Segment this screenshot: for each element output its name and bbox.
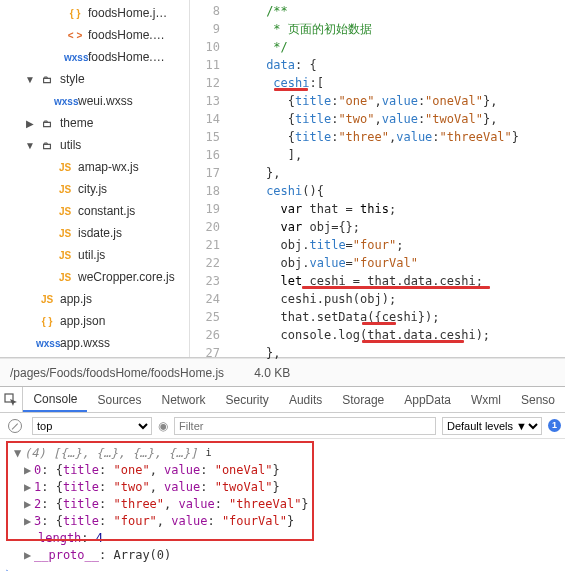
devtools-tab-console[interactable]: Console xyxy=(23,387,87,412)
context-select[interactable]: top xyxy=(32,417,152,435)
status-bar: /pages/Foods/foodsHome/foodsHome.js 4.0 … xyxy=(0,358,565,386)
info-icon: i xyxy=(205,446,211,460)
file-icon: < > xyxy=(64,30,86,41)
console-prompt[interactable]: › xyxy=(4,564,561,571)
code-line[interactable]: var obj={}; xyxy=(230,218,565,236)
file-icon: JS xyxy=(36,294,58,305)
file-icon: JS xyxy=(54,250,76,261)
code-line[interactable]: {title:"three",value:"threeVal"} xyxy=(230,128,565,146)
file-tree-item[interactable]: wxssweui.wxss xyxy=(0,90,189,112)
file-icon: wxss xyxy=(54,96,76,107)
code-line[interactable]: data: { xyxy=(230,56,565,74)
devtools-tab-audits[interactable]: Audits xyxy=(279,387,332,412)
code-line[interactable]: obj.title="four"; xyxy=(230,236,565,254)
file-name: weui.wxss xyxy=(78,94,133,108)
eye-icon[interactable]: ◉ xyxy=(158,419,168,433)
code-line[interactable]: ceshi(){ xyxy=(230,182,565,200)
filter-input[interactable] xyxy=(174,417,436,435)
clear-console-icon[interactable] xyxy=(8,419,22,433)
file-tree-item[interactable]: ▼🗀utils xyxy=(0,134,189,156)
file-tree-item[interactable]: JScity.js xyxy=(0,178,189,200)
file-name: city.js xyxy=(78,182,107,196)
code-line[interactable]: /** xyxy=(230,2,565,20)
file-icon: JS xyxy=(54,206,76,217)
file-path: /pages/Foods/foodsHome/foodsHome.js xyxy=(10,366,224,380)
code-line[interactable]: * 页面的初始数据 xyxy=(230,20,565,38)
code-area[interactable]: /** * 页面的初始数据 */ data: { ceshi:[ {title:… xyxy=(230,0,565,357)
line-gutter: 89101112131415161718192021222324252627 xyxy=(190,0,230,357)
file-icon: 🗀 xyxy=(36,118,58,129)
file-tree-item[interactable]: JSweCropper.core.js xyxy=(0,266,189,288)
file-icon: JS xyxy=(54,184,76,195)
code-line[interactable]: }, xyxy=(230,164,565,182)
code-line[interactable]: {title:"one",value:"oneVal"}, xyxy=(230,92,565,110)
inspect-icon[interactable] xyxy=(0,387,23,412)
file-tree-item[interactable]: < >foodsHome.… xyxy=(0,24,189,46)
console-array-item[interactable]: ▶3: {title: "four", value: "fourVal"} xyxy=(14,513,561,530)
file-icon: { } xyxy=(36,316,58,327)
red-underline xyxy=(362,322,396,325)
file-size: 4.0 KB xyxy=(254,366,290,380)
file-icon: JS xyxy=(54,272,76,283)
devtools-tab-storage[interactable]: Storage xyxy=(332,387,394,412)
file-tree-item[interactable]: JSisdate.js xyxy=(0,222,189,244)
code-line[interactable]: var that = this; xyxy=(230,200,565,218)
code-line[interactable]: that.setData({ceshi}); xyxy=(230,308,565,326)
file-name: isdate.js xyxy=(78,226,122,240)
code-line[interactable]: {title:"two",value:"twoVal"}, xyxy=(230,110,565,128)
file-tree-item[interactable]: { }foodsHome.j… xyxy=(0,2,189,24)
file-name: weCropper.core.js xyxy=(78,270,175,284)
devtools-tab-sources[interactable]: Sources xyxy=(87,387,151,412)
console-array-item[interactable]: ▶2: {title: "three", value: "threeVal"} xyxy=(14,496,561,513)
devtools-tab-network[interactable]: Network xyxy=(152,387,216,412)
code-line[interactable]: obj.value="fourVal" xyxy=(230,254,565,272)
file-name: foodsHome.j… xyxy=(88,6,167,20)
file-tree-item[interactable]: { }project.config.json xyxy=(0,354,189,357)
red-underline xyxy=(302,286,490,289)
file-icon: JS xyxy=(54,162,76,173)
red-underline xyxy=(274,88,308,91)
console-array-item[interactable]: ▶0: {title: "one", value: "oneVal"} xyxy=(14,462,561,479)
file-tree-item[interactable]: ▼🗀style xyxy=(0,68,189,90)
file-tree-item[interactable]: JSutil.js xyxy=(0,244,189,266)
code-editor[interactable]: 89101112131415161718192021222324252627 /… xyxy=(190,0,565,357)
file-icon: JS xyxy=(54,228,76,239)
file-name: app.wxss xyxy=(60,336,110,350)
console-array-header[interactable]: ▼(4) [{…}, {…}, {…}, {…}] i xyxy=(14,445,561,462)
file-tree-item[interactable]: JSapp.js xyxy=(0,288,189,310)
console-proto[interactable]: ▶__proto__: Array(0) xyxy=(14,547,561,564)
file-tree-item[interactable]: wxssapp.wxss xyxy=(0,332,189,354)
file-name: constant.js xyxy=(78,204,135,218)
file-name: foodsHome.… xyxy=(88,50,165,64)
file-tree-item[interactable]: JSconstant.js xyxy=(0,200,189,222)
file-explorer[interactable]: { }foodsHome.j…< >foodsHome.…wxssfoodsHo… xyxy=(0,0,190,357)
devtools-tab-appdata[interactable]: AppData xyxy=(394,387,461,412)
file-name: util.js xyxy=(78,248,105,262)
code-line[interactable]: */ xyxy=(230,38,565,56)
file-tree-item[interactable]: JSamap-wx.js xyxy=(0,156,189,178)
info-badge[interactable]: 1 xyxy=(548,419,561,432)
file-icon: wxss xyxy=(36,338,58,349)
code-line[interactable]: ceshi.push(obj); xyxy=(230,290,565,308)
file-name: utils xyxy=(60,138,81,152)
devtools-tab-senso[interactable]: Senso xyxy=(511,387,565,412)
file-name: style xyxy=(60,72,85,86)
file-icon: { } xyxy=(64,8,86,19)
red-underline xyxy=(362,340,464,343)
devtools-tab-wxml[interactable]: Wxml xyxy=(461,387,511,412)
file-name: foodsHome.… xyxy=(88,28,165,42)
devtools-panel: ConsoleSourcesNetworkSecurityAuditsStora… xyxy=(0,386,565,571)
console-array-item[interactable]: ▶1: {title: "two", value: "twoVal"} xyxy=(14,479,561,496)
log-level-select[interactable]: Default levels ▼ xyxy=(442,417,542,435)
devtools-tabs: ConsoleSourcesNetworkSecurityAuditsStora… xyxy=(0,387,565,413)
console-output[interactable]: ▼(4) [{…}, {…}, {…}, {…}] i ▶0: {title: … xyxy=(0,439,565,571)
devtools-tab-security[interactable]: Security xyxy=(216,387,279,412)
code-line[interactable]: }, xyxy=(230,344,565,362)
file-tree-item[interactable]: wxssfoodsHome.… xyxy=(0,46,189,68)
file-name: theme xyxy=(60,116,93,130)
file-icon: wxss xyxy=(64,52,86,63)
file-tree-item[interactable]: { }app.json xyxy=(0,310,189,332)
code-line[interactable]: ], xyxy=(230,146,565,164)
file-tree-item[interactable]: ▶🗀theme xyxy=(0,112,189,134)
file-icon: 🗀 xyxy=(36,140,58,151)
